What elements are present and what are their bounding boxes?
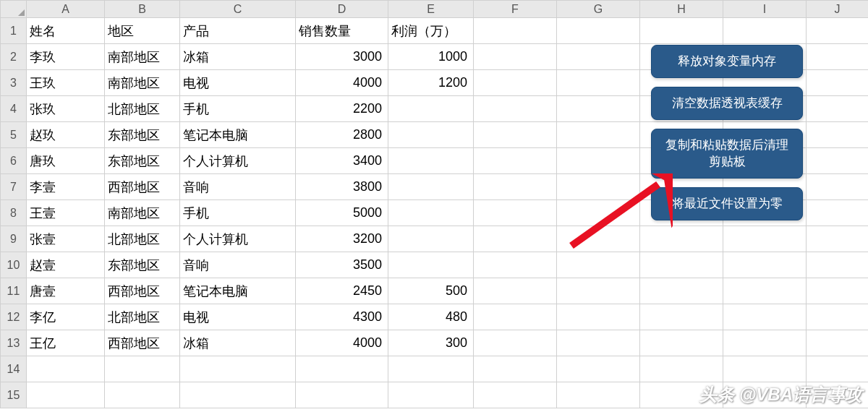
cell[interactable]: 北部地区 [105,226,180,252]
col-header-G[interactable]: G [557,1,640,18]
cell[interactable] [105,356,180,382]
cell[interactable] [474,96,557,122]
col-header-A[interactable]: A [27,1,105,18]
cell[interactable] [807,356,869,382]
cell[interactable] [474,382,557,408]
row-header[interactable]: 11 [1,278,27,304]
col-header-C[interactable]: C [180,1,296,18]
cell[interactable] [557,44,640,70]
cell[interactable]: 北部地区 [105,96,180,122]
cell[interactable] [723,18,807,44]
cell[interactable] [388,174,474,200]
cell[interactable]: 笔记本电脑 [180,122,296,148]
cell[interactable] [474,122,557,148]
cell[interactable] [296,356,388,382]
cell[interactable] [557,304,640,330]
cell[interactable] [474,148,557,174]
row-header[interactable]: 12 [1,304,27,330]
cell[interactable] [474,226,557,252]
cell[interactable] [807,174,869,200]
cell[interactable]: 张壹 [27,226,105,252]
cell[interactable]: 4000 [296,330,388,356]
row-header[interactable]: 8 [1,200,27,226]
row-header[interactable]: 14 [1,356,27,382]
col-header-F[interactable]: F [474,1,557,18]
cell[interactable] [557,200,640,226]
cell[interactable]: 音响 [180,252,296,278]
cell[interactable] [723,330,807,356]
col-header-H[interactable]: H [640,1,723,18]
cell[interactable]: 销售数量 [296,18,388,44]
cell[interactable]: 手机 [180,96,296,122]
col-header-J[interactable]: J [807,1,869,18]
cell[interactable] [557,70,640,96]
cell[interactable]: 个人计算机 [180,226,296,252]
cell[interactable] [388,96,474,122]
row-header[interactable]: 9 [1,226,27,252]
cell[interactable] [557,18,640,44]
reset-recent-files-button[interactable]: 将最近文件设置为零 [651,187,803,220]
cell[interactable]: 3800 [296,174,388,200]
cell[interactable]: 李亿 [27,304,105,330]
cell[interactable]: 东部地区 [105,148,180,174]
cell[interactable] [474,18,557,44]
cell[interactable]: 1200 [388,70,474,96]
cell[interactable]: 音响 [180,174,296,200]
cell[interactable] [27,382,105,408]
cell[interactable] [640,304,723,330]
cell[interactable] [723,356,807,382]
clear-clipboard-button[interactable]: 复制和粘贴数据后清理剪贴板 [651,129,803,179]
cell[interactable] [640,330,723,356]
row-header[interactable]: 13 [1,330,27,356]
cell[interactable] [557,330,640,356]
cell[interactable] [807,252,869,278]
cell[interactable] [807,148,869,174]
cell[interactable] [807,122,869,148]
cell[interactable] [807,200,869,226]
column-header-row[interactable]: A B C D E F G H I J [1,1,869,18]
cell[interactable]: 3200 [296,226,388,252]
cell[interactable] [388,122,474,148]
cell[interactable] [807,44,869,70]
cell[interactable]: 冰箱 [180,330,296,356]
cell[interactable] [723,226,807,252]
cell[interactable] [640,252,723,278]
cell[interactable]: 南部地区 [105,44,180,70]
cell[interactable] [723,278,807,304]
cell[interactable]: 笔记本电脑 [180,278,296,304]
cell[interactable] [474,252,557,278]
cell[interactable]: 4000 [296,70,388,96]
cell[interactable]: 3000 [296,44,388,70]
cell[interactable] [557,252,640,278]
cell[interactable]: 唐玖 [27,148,105,174]
cell[interactable] [640,18,723,44]
cell[interactable] [474,200,557,226]
cell[interactable] [640,226,723,252]
clear-pivot-cache-button[interactable]: 清空数据透视表缓存 [651,87,803,120]
cell[interactable]: 李壹 [27,174,105,200]
cell[interactable] [557,174,640,200]
cell[interactable] [27,356,105,382]
cell[interactable]: 王玖 [27,70,105,96]
row-header[interactable]: 10 [1,252,27,278]
cell[interactable] [557,278,640,304]
cell[interactable] [474,70,557,96]
cell[interactable]: 5000 [296,200,388,226]
cell[interactable] [807,96,869,122]
cell[interactable] [388,200,474,226]
cell[interactable] [388,226,474,252]
cell[interactable]: 300 [388,330,474,356]
cell[interactable] [180,382,296,408]
cell[interactable]: 赵玖 [27,122,105,148]
cell[interactable]: 3400 [296,148,388,174]
cell[interactable] [807,278,869,304]
cell[interactable] [474,174,557,200]
cell[interactable] [723,252,807,278]
row-header[interactable]: 1 [1,18,27,44]
col-header-D[interactable]: D [296,1,388,18]
cell[interactable]: 产品 [180,18,296,44]
cell[interactable] [807,70,869,96]
cell[interactable] [474,356,557,382]
cell[interactable]: 2200 [296,96,388,122]
release-object-vars-button[interactable]: 释放对象变量内存 [651,45,803,78]
